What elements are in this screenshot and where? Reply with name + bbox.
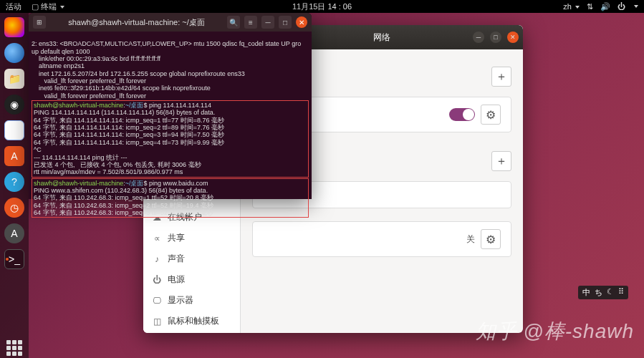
dock-ubuntu[interactable]: ◷ [4,198,24,218]
sidebar-item-keyboard[interactable]: ⌨键盘快捷键 [143,332,240,333]
input-source-indicator[interactable]: zh [563,2,580,11]
ime-kana-icon: ち [595,287,602,298]
dock: 📁 ◉ ≡ A ? ◷ A ⚙ >_ [0,13,29,358]
ime-moon-icon: ☾ [607,287,614,298]
power-icon[interactable]: ⏻ [617,2,625,11]
ime-indicator[interactable]: 中 ち ☾ ⠿ [578,286,628,299]
wired-add-button[interactable]: ＋ [491,67,511,87]
terminal-titlebar[interactable]: ⊞ shawh@shawh-virtual-machine: ~/桌面 🔍 ≡ … [29,13,312,32]
vpn-add-button[interactable]: ＋ [491,151,511,171]
sidebar-item-displays[interactable]: 🖵显示器 [143,290,240,311]
dock-files[interactable]: 📁 [4,69,24,89]
volume-icon[interactable]: 🔊 [600,2,610,11]
dock-thunderbird[interactable] [4,43,24,63]
clock[interactable]: 11月15日 14 : 06 [292,1,352,12]
dock-rhythmbox[interactable]: ◉ [4,95,24,115]
system-menu-chevron-icon[interactable] [634,5,638,8]
mouse-icon: ◫ [152,316,162,326]
dock-help[interactable]: ? [4,172,24,192]
settings-title: 网络 [373,32,390,44]
terminal-newtab-button[interactable]: ⊞ [33,16,46,29]
activities-button[interactable]: 活动 [6,1,21,12]
highlight-box-2: shawh@shawh-virtual-machine:~/桌面$ ping w… [32,178,309,218]
terminal-title: shawh@shawh-virtual-machine: ~/桌面 [50,17,223,28]
ime-ch-icon: 中 [582,287,590,298]
show-applications-button[interactable] [4,338,24,358]
wired-settings-button[interactable]: ⚙ [481,105,501,125]
window-close-button[interactable]: ✕ [507,32,519,43]
proxy-settings-button[interactable]: ⚙ [481,229,501,249]
wired-toggle[interactable] [449,108,475,121]
proxy-state-label: 关 [466,233,475,246]
terminal-maximize-button[interactable]: □ [279,16,292,29]
dock-updates[interactable]: A [4,223,24,243]
window-maximize-button[interactable]: □ [490,32,501,43]
power-icon: ⏻ [152,275,162,285]
monitor-icon: 🖵 [152,296,162,306]
gnome-topbar: 活动 ▢ 终端 11月15日 14 : 06 zh ⇅ 🔊 ⏻ [0,0,644,13]
terminal-body[interactable]: 2: ens33: <BROADCAST,MULTICAST,UP,LOWER_… [29,32,312,235]
dock-firefox[interactable] [4,17,24,37]
dock-libreoffice[interactable]: ≡ [4,120,24,140]
terminal-output-pre: 2: ens33: <BROADCAST,MULTICAST,UP,LOWER_… [32,40,301,99]
ime-grid-icon: ⠿ [618,287,624,298]
terminal-window: ⊞ shawh@shawh-virtual-machine: ~/桌面 🔍 ≡ … [29,13,312,199]
sidebar-item-sound[interactable]: ♪声音 [143,248,240,269]
highlight-box-1: shawh@shawh-virtual-machine:~/桌面$ ping 1… [32,100,309,177]
terminal-search-button[interactable]: 🔍 [227,16,240,29]
terminal-minimize-button[interactable]: ─ [261,16,274,29]
window-minimize-button[interactable]: ─ [473,32,484,43]
sidebar-item-power[interactable]: ⏻电源 [143,269,240,290]
dock-software[interactable]: A [4,146,24,166]
active-app-menu[interactable]: ▢ 终端 [32,1,64,12]
terminal-menu-button[interactable]: ≡ [244,16,257,29]
terminal-close-button[interactable]: ✕ [296,16,307,28]
note-icon: ♪ [152,254,162,264]
network-indicator-icon[interactable]: ⇅ [587,2,593,11]
watermark: 知乎 @棒-shawh [476,318,634,345]
sidebar-item-mouse[interactable]: ◫鼠标和触摸板 [143,311,240,332]
